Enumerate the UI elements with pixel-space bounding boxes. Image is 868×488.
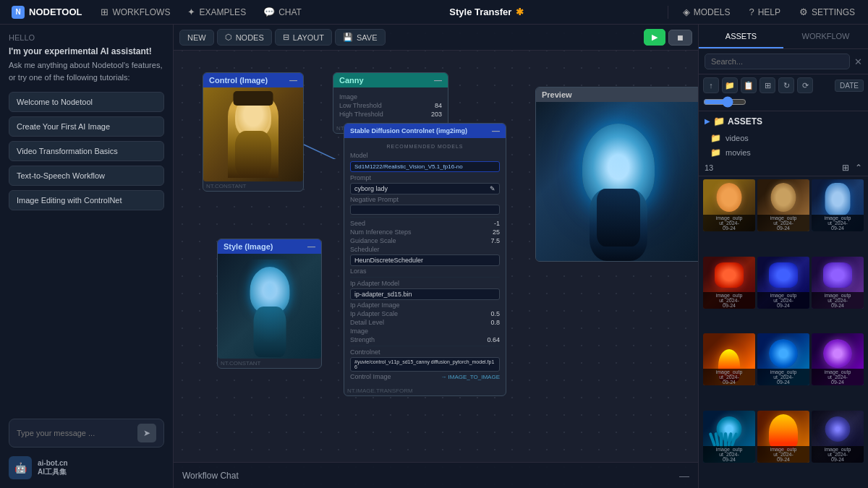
sd-prompt-value: cyborg lady (354, 185, 388, 192)
subfolder-videos-icon: 📁 (710, 133, 721, 143)
expand-icon[interactable]: ⊞ (842, 163, 849, 173)
nav-settings[interactable]: ⚙ SETTINGS (792, 0, 862, 25)
folder-toggle[interactable]: ▶ (705, 117, 710, 125)
sd-scheduler-value[interactable]: HeunDiscreteScheduler (350, 254, 500, 266)
thumb-5[interactable]: image_output_2024-09-24 (757, 257, 809, 309)
right-panel: ASSETS WORKFLOW ✕ ↑ 📁 📋 ⊞ ↻ ⟳ DATE ▶ 📁 A… (698, 25, 868, 488)
style-node-tag: NT.CONSTANT (218, 359, 321, 368)
grid-button[interactable]: ⊞ (760, 77, 775, 93)
upload-button[interactable]: ↑ (703, 77, 719, 93)
style-node-title: Style (Image) (224, 242, 273, 251)
nav-models[interactable]: ◈ MODELS (676, 0, 738, 25)
nodes-icon: ⬡ (225, 33, 232, 42)
sd-node-close[interactable]: — (492, 127, 500, 135)
preview-ambient (536, 102, 698, 261)
thumb-3[interactable]: image_output_2024-09-24 (812, 179, 864, 231)
sd-guidance-value: 7.5 (490, 237, 500, 244)
sd-ip-adapter-value[interactable]: ip-adapter_sd15.bin (350, 288, 500, 300)
control-node-image (203, 87, 303, 181)
canny-node-close[interactable]: — (434, 76, 442, 85)
sd-neg-prompt-input[interactable] (350, 205, 500, 215)
search-clear-icon[interactable]: ✕ (854, 56, 862, 67)
edit-icon[interactable]: ✎ (490, 185, 495, 192)
nav-settings-label: SETTINGS (812, 7, 855, 17)
subfolder-videos[interactable]: 📁 videos (699, 131, 868, 145)
thumb-4[interactable]: image_output_2024-09-24 (703, 257, 755, 309)
brand-text: ai-bot.cn AI工具集 (38, 459, 68, 477)
style-node-close[interactable]: — (307, 242, 315, 251)
new-button[interactable]: NEW (179, 30, 214, 46)
tab-assets[interactable]: ASSETS (699, 25, 783, 48)
nav-examples[interactable]: ✦ EXAMPLES (180, 0, 253, 25)
sd-control-image-value: → IMAGE_TO_IMAGE (441, 374, 500, 380)
control-node-close[interactable]: — (289, 76, 297, 85)
cyborg-figure (241, 260, 299, 354)
run-button[interactable]: ▶ (644, 29, 665, 46)
reload-button[interactable]: ⟳ (797, 77, 813, 93)
sort-icon[interactable]: ⌃ (855, 163, 862, 173)
cyborg-glow (241, 260, 299, 354)
cat-face (717, 183, 742, 212)
page-title: Style Transfer ✱ (312, 7, 662, 17)
save-icon: 💾 (343, 33, 353, 42)
nav-workflows[interactable]: ⊞ WORKFLOWS (93, 0, 177, 25)
sd-steps-label: Num Inference Steps (350, 228, 412, 236)
workflows-icon: ⊞ (101, 7, 109, 17)
sd-steps-field: Num Inference Steps 25 (350, 228, 500, 236)
thumb-9[interactable]: image_output_2024-09-24 (812, 333, 864, 385)
folder-button[interactable]: 📁 (722, 77, 738, 93)
thumb-2[interactable]: image_output_2024-09-24 (757, 179, 809, 231)
stop-button[interactable]: ⏹ (668, 30, 692, 46)
workflow-chat-close[interactable]: — (679, 470, 689, 481)
chat-input[interactable] (17, 429, 132, 437)
style-node[interactable]: Style (Image) — NT.CONSTANT (217, 239, 322, 369)
btn-first-ai-image[interactable]: Create Your First AI Image (9, 116, 164, 137)
thumb-10[interactable]: image_output_2024-09-24 (703, 411, 755, 463)
right-search-bar: ✕ (699, 49, 868, 74)
logo-icon: N (12, 6, 25, 19)
btn-welcome[interactable]: Welcome to Nodetool (9, 92, 164, 112)
sd-loras-label: Loras (350, 267, 367, 275)
chat-send-button[interactable]: ➤ (137, 424, 156, 442)
date-filter[interactable]: DATE (835, 80, 864, 92)
btn-image-editing[interactable]: Image Editing with ControlNet (9, 190, 164, 210)
sd-controlnet-value[interactable]: #yuvie/control_v11p_sd15_canny diffusion… (350, 357, 500, 372)
app-logo[interactable]: N NODETOOL (6, 6, 88, 19)
control-node[interactable]: Control (Image) — NT.CONSTANT (203, 72, 304, 192)
phoenix-body (769, 414, 798, 450)
thumb-7[interactable]: image_output_2024-09-24 (703, 333, 755, 385)
thumb-1[interactable]: image_output_2024-09-24 (703, 179, 755, 231)
sd-ip-adapter-text: ip-adapter_sd15.bin (354, 291, 412, 298)
sidebar-footer: 🤖 ai-bot.cn AI工具集 (9, 456, 164, 479)
layout-icon: ⊟ (283, 33, 289, 42)
btn-text-to-speech[interactable]: Text-to-Speech Workflow (9, 166, 164, 186)
thumb-12[interactable]: image_output_2024-09-24 (812, 411, 864, 463)
thumb-11[interactable]: image_output_2024-09-24 (757, 411, 809, 463)
btn-video-basics[interactable]: Video Transformation Basics (9, 141, 164, 161)
layout-button[interactable]: ⊟ LAYOUT (275, 29, 332, 46)
copy-button[interactable]: 📋 (741, 77, 757, 93)
nav-chat-label: CHAT (278, 7, 302, 17)
sd-prompt-input[interactable]: cyborg lady ✎ (350, 183, 500, 194)
canvas-area[interactable]: NEW ⬡ NODES ⊟ LAYOUT 💾 SAVE ▶ ⏹ (174, 25, 698, 488)
tab-workflow-label: WORKFLOW (802, 32, 850, 40)
refresh-button[interactable]: ↻ (778, 77, 794, 93)
sd-node[interactable]: Stable Diffusion Controlnet (img2img) — … (344, 123, 506, 396)
preview-node[interactable]: Preview (535, 87, 698, 262)
nav-help[interactable]: ? HELP (741, 0, 788, 25)
sd-model-value: Sd1M1222/Realistic_Vision_V5.1_fp16-no (350, 161, 500, 172)
size-slider[interactable] (703, 96, 746, 108)
nodes-button[interactable]: ⬡ NODES (217, 29, 272, 46)
subfolder-movies[interactable]: 📁 movies (699, 145, 868, 160)
thumb-8[interactable]: image_output_2024-09-24 (757, 333, 809, 385)
search-input[interactable] (705, 53, 850, 69)
sd-scheduler-text: HeunDiscreteScheduler (354, 257, 423, 264)
thumb-8-label: image_output_2024-09-24 (757, 369, 809, 385)
nav-chat[interactable]: 💬 CHAT (256, 0, 309, 25)
save-button[interactable]: 💾 SAVE (335, 29, 386, 46)
canvas-nodes: Control (Image) — NT.CONSTANT Canny — (174, 51, 698, 462)
thumb-6[interactable]: image_output_2024-09-24 (812, 257, 864, 309)
sd-prompt-label: Prompt (350, 174, 371, 181)
dragon2-body (769, 262, 798, 288)
tab-workflow[interactable]: WORKFLOW (783, 25, 868, 48)
